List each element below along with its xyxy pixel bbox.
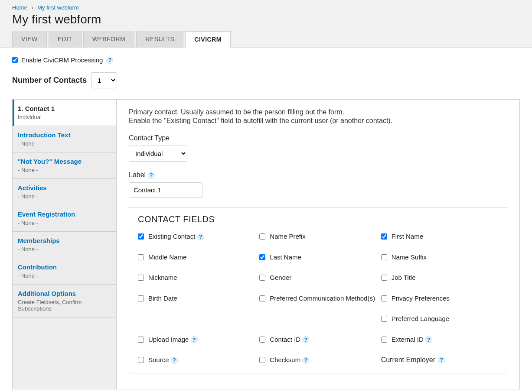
tab-webform[interactable]: WEBFORM [83,31,135,47]
contact-type-select[interactable]: Individual [129,146,187,162]
breadcrumb: Home › My first webform [12,4,520,11]
page-title: My first webform [12,13,520,26]
check-privacy-prefs[interactable] [381,295,387,301]
check-label: Last Name [270,253,301,262]
sidebar-item-title: Activities [18,184,111,191]
enable-civicrm-label: Enable CiviCRM Processing [21,56,103,64]
sidebar-item-title: "Not You?" Message [18,158,111,165]
sidebar-item-intro-text[interactable]: Introduction Text - None - [13,126,116,152]
current-employer-label: Current Employer ? [381,356,498,364]
sidebar-item-contribution[interactable]: Contribution - None - [13,258,116,285]
breadcrumb-item[interactable]: My first webform [37,4,78,11]
sidebar-item-sub: - None - [18,220,111,226]
breadcrumb-sep: › [31,4,33,11]
check-label: Gender [270,273,291,282]
tab-edit[interactable]: EDIT [49,31,82,47]
main-panel: 1. Contact 1 Individual Introduction Tex… [12,99,520,389]
check-label: Source ? [148,356,178,364]
check-comm-method[interactable] [259,295,265,301]
check-first-name[interactable] [381,233,387,240]
breadcrumb-home[interactable]: Home [12,4,27,11]
check-label: Checksum ? [270,356,309,364]
check-label: Name Suffix [392,253,427,262]
label-field-label: Label ? [129,171,507,179]
sidebar-item-title: Contribution [18,263,111,271]
check-gender[interactable] [259,275,265,281]
check-label: Nickname [148,273,177,282]
check-external-id[interactable] [381,337,387,343]
sidebar-item-title: Additional Options [18,290,111,297]
sidebar-item-title: Memberships [18,237,111,244]
help-icon[interactable]: ? [191,336,198,343]
label-input[interactable] [129,182,202,198]
check-label: Preferred Communication Method(s) [270,294,375,303]
fieldset-title: CONTACT FIELDS [138,214,498,224]
check-checksum[interactable] [259,357,265,363]
tab-results[interactable]: RESULTS [136,31,183,47]
check-preferred-language[interactable] [381,316,387,322]
content-area: Primary contact. Usually assumed to be t… [117,100,519,389]
sidebar-item-memberships[interactable]: Memberships - None - [13,232,116,258]
check-label: Middle Name [148,253,186,262]
help-icon[interactable]: ? [197,233,204,240]
tab-civicrm[interactable]: CIVICRM [185,31,231,48]
help-icon[interactable]: ? [171,357,178,364]
sidebar: 1. Contact 1 Individual Introduction Tex… [13,100,117,389]
sidebar-item-sub: - None - [18,193,111,200]
check-label: Upload Image ? [148,335,198,344]
sidebar-item-title: Introduction Text [18,131,111,139]
sidebar-item-title: 1. Contact 1 [18,105,111,112]
sidebar-item-title: Event Registration [18,211,111,218]
check-contact-id[interactable] [259,337,265,343]
sidebar-item-additional-options[interactable]: Additional Options Create Fieldsets, Con… [13,285,116,317]
check-nickname[interactable] [138,275,144,281]
desc-2: Enable the "Existing Contact" field to a… [129,117,507,125]
check-upload-image[interactable] [138,337,144,343]
header-area: Home › My first webform My first webform… [0,0,532,48]
sidebar-item-sub: Individual [18,114,111,120]
check-birth-date[interactable] [138,295,144,301]
enable-row: Enable CiviCRM Processing ? [12,56,520,64]
contacts-select[interactable]: 1 [91,72,117,88]
check-label: External ID ? [392,335,432,344]
contact-type-label: Contact Type [129,134,507,142]
check-label: Birth Date [148,294,177,303]
desc-1: Primary contact. Usually assumed to be t… [129,108,507,116]
tabs: VIEW EDIT WEBFORM RESULTS CIVICRM [12,31,520,47]
check-job-title[interactable] [381,275,387,281]
sidebar-item-sub: - None - [18,272,111,279]
help-icon[interactable]: ? [302,336,309,343]
sidebar-item-activities[interactable]: Activities - None - [13,179,116,205]
check-source[interactable] [138,357,144,363]
check-existing-contact[interactable] [138,233,144,240]
sidebar-item-sub: - None - [18,246,111,253]
enable-civicrm-checkbox[interactable] [12,57,18,63]
check-label: Name Prefix [270,232,306,241]
check-label: Job Title [392,273,416,282]
sidebar-item-event-registration[interactable]: Event Registration - None - [13,205,116,232]
tab-view[interactable]: VIEW [12,31,47,47]
check-label: Existing Contact ? [148,232,204,241]
sidebar-item-sub: - None - [18,140,111,147]
contacts-row: Number of Contacts 1 [12,72,520,88]
check-label: First Name [392,232,423,241]
sidebar-item-sub: - None - [18,167,111,173]
sidebar-item-contact-1[interactable]: 1. Contact 1 Individual [13,100,116,126]
help-icon[interactable]: ? [148,172,155,179]
check-name-prefix[interactable] [259,233,265,240]
check-label: Preferred Language [392,314,449,323]
check-label: Privacy Preferences [392,294,450,303]
check-label: Contact ID ? [270,335,309,344]
help-icon[interactable]: ? [425,336,432,343]
help-icon[interactable]: ? [106,57,113,64]
check-last-name[interactable] [259,254,265,260]
contact-fields-fieldset: CONTACT FIELDS Existing Contact ? Name P… [129,207,507,373]
help-icon[interactable]: ? [302,357,309,364]
check-name-suffix[interactable] [381,254,387,260]
sidebar-item-sub: Create Fieldsets, Confirm Subscriptions [18,299,111,312]
help-icon[interactable]: ? [438,356,445,363]
sidebar-item-not-you[interactable]: "Not You?" Message - None - [13,152,116,179]
check-middle-name[interactable] [138,254,144,260]
contacts-label: Number of Contacts [12,76,87,85]
